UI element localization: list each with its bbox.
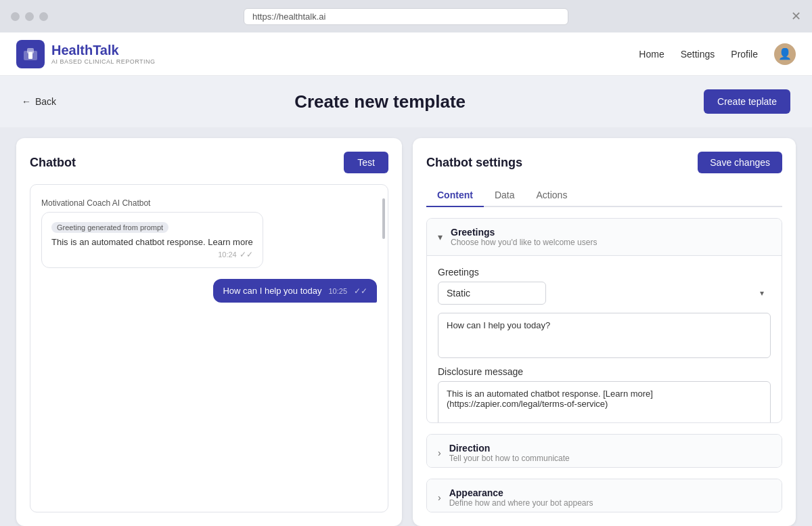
check-icon: ✓✓ bbox=[240, 250, 253, 259]
bot-name: Motivational Coach AI Chatbot bbox=[41, 198, 150, 208]
window-chrome: https://healthtalk.ai ✕ bbox=[0, 0, 812, 32]
greetings-chevron-icon: ▾ bbox=[438, 232, 443, 242]
direction-accordion-section: › Direction Tell your bot how to communi… bbox=[426, 434, 782, 468]
chatbot-panel-header: Chatbot Test bbox=[30, 152, 388, 173]
top-nav: HealthTalk AI BASED CLINICAL REPORTING H… bbox=[0, 32, 812, 76]
nav-profile[interactable]: Profile bbox=[731, 49, 758, 60]
greetings-accordion-label: Greetings bbox=[451, 227, 597, 238]
nav-settings[interactable]: Settings bbox=[681, 49, 715, 60]
chat-messages: Motivational Coach AI Chatbot Greeting g… bbox=[30, 185, 388, 512]
nav-links: Home Settings Profile 👤 bbox=[639, 43, 796, 65]
disclosure-textarea[interactable]: This is an automated chatbot response. [… bbox=[438, 381, 771, 423]
svg-rect-2 bbox=[28, 52, 32, 59]
create-template-button[interactable]: Create teplate bbox=[704, 89, 790, 114]
window-close-button[interactable]: ✕ bbox=[791, 9, 801, 24]
greetings-textarea[interactable]: How can I help you today? bbox=[438, 313, 771, 358]
disclosure-label: Disclosure message bbox=[438, 366, 771, 377]
chatbot-panel: Chatbot Test Motivational Coach AI Chatb… bbox=[16, 138, 402, 526]
greetings-accordion-section: ▾ Greetings Choose how you'd like to wel… bbox=[426, 218, 782, 423]
appearance-accordion-sublabel: Define how and where your bot appears bbox=[449, 498, 593, 508]
bot-bubble: Greeting generated from prompt This is a… bbox=[41, 212, 263, 268]
logo-icon bbox=[16, 40, 45, 68]
chatbot-panel-title: Chatbot bbox=[30, 156, 76, 170]
greetings-accordion-body: Greetings Static Dynamic Custom ▾ How ca… bbox=[427, 255, 782, 423]
page-header: ← Back Create new template Create teplat… bbox=[0, 76, 812, 127]
greetings-form-group: Greetings Static Dynamic Custom ▾ bbox=[438, 267, 771, 305]
greetings-accordion-header[interactable]: ▾ Greetings Choose how you'd like to wel… bbox=[427, 219, 782, 255]
user-text: How can I help you today bbox=[223, 286, 321, 296]
settings-tabs: Content Data Actions bbox=[426, 184, 782, 207]
bot-time: 10:24 bbox=[218, 250, 237, 259]
traffic-light-close[interactable] bbox=[11, 12, 20, 21]
logo-text-area: HealthTalk AI BASED CLINICAL REPORTING bbox=[51, 43, 156, 65]
user-bubble: How can I help you today 10:25 ✓✓ bbox=[213, 279, 377, 303]
nav-home[interactable]: Home bbox=[639, 49, 664, 60]
tab-content[interactable]: Content bbox=[426, 184, 484, 207]
greetings-select-wrapper: Static Dynamic Custom ▾ bbox=[438, 282, 771, 305]
logo-area: HealthTalk AI BASED CLINICAL REPORTING bbox=[16, 40, 156, 68]
traffic-light-maximize[interactable] bbox=[39, 12, 48, 21]
chat-window: Motivational Coach AI Chatbot Greeting g… bbox=[30, 184, 388, 512]
save-changes-button[interactable]: Save changes bbox=[698, 152, 782, 173]
user-message: How can I help you today 10:25 ✓✓ bbox=[213, 279, 377, 303]
back-label: Back bbox=[35, 96, 56, 107]
appearance-accordion-header[interactable]: › Appearance Define how and where your b… bbox=[427, 479, 782, 512]
traffic-lights bbox=[11, 12, 48, 21]
disclosure-form-group: Disclosure message This is an automated … bbox=[438, 366, 771, 423]
bot-text: This is an automated chatbot response. L… bbox=[51, 237, 253, 247]
avatar[interactable]: 👤 bbox=[774, 43, 796, 65]
logo-text-part2: Talk bbox=[93, 43, 119, 58]
user-check-icon: ✓✓ bbox=[354, 286, 367, 296]
settings-header: Chatbot settings Save changes bbox=[426, 152, 782, 173]
main-content: Chatbot Test Motivational Coach AI Chatb… bbox=[0, 127, 812, 526]
address-bar[interactable]: https://healthtalk.ai bbox=[244, 8, 568, 25]
bot-tag: Greeting generated from prompt bbox=[51, 222, 168, 233]
appearance-accordion-header-text: Appearance Define how and where your bot… bbox=[449, 487, 593, 508]
direction-accordion-header-text: Direction Tell your bot how to communica… bbox=[449, 443, 570, 463]
tab-actions[interactable]: Actions bbox=[525, 184, 578, 207]
appearance-chevron-icon: › bbox=[438, 492, 441, 503]
back-arrow-icon: ← bbox=[22, 96, 31, 107]
bot-message-meta: 10:24 ✓✓ bbox=[51, 250, 253, 259]
back-link[interactable]: ← Back bbox=[22, 96, 56, 107]
logo-text-part1: Health bbox=[51, 43, 93, 58]
greetings-accordion-header-text: Greetings Choose how you'd like to welco… bbox=[451, 227, 597, 247]
direction-accordion-label: Direction bbox=[449, 443, 570, 454]
logo-subtitle: AI BASED CLINICAL REPORTING bbox=[51, 58, 156, 65]
test-button[interactable]: Test bbox=[344, 152, 388, 173]
greetings-select[interactable]: Static Dynamic Custom bbox=[438, 282, 546, 305]
direction-accordion-header[interactable]: › Direction Tell your bot how to communi… bbox=[427, 435, 782, 468]
appearance-accordion-label: Appearance bbox=[449, 487, 593, 498]
page-title: Create new template bbox=[56, 91, 704, 112]
greetings-label: Greetings bbox=[438, 267, 771, 278]
greetings-textarea-group: How can I help you today? bbox=[438, 313, 771, 358]
select-arrow-icon: ▾ bbox=[760, 288, 764, 298]
user-time: 10:25 bbox=[328, 287, 347, 295]
direction-accordion-sublabel: Tell your bot how to communicate bbox=[449, 454, 570, 463]
settings-panel: Chatbot settings Save changes Content Da… bbox=[413, 138, 796, 526]
greetings-accordion-sublabel: Choose how you'd like to welcome users bbox=[451, 238, 597, 247]
settings-title: Chatbot settings bbox=[426, 156, 522, 170]
logo-text: HealthTalk bbox=[51, 43, 156, 58]
bot-message: Motivational Coach AI Chatbot Greeting g… bbox=[41, 198, 310, 268]
scroll-indicator[interactable] bbox=[382, 198, 385, 239]
appearance-accordion-section: › Appearance Define how and where your b… bbox=[426, 479, 782, 512]
traffic-light-minimize[interactable] bbox=[25, 12, 34, 21]
tab-data[interactable]: Data bbox=[484, 184, 526, 207]
direction-chevron-icon: › bbox=[438, 447, 441, 458]
